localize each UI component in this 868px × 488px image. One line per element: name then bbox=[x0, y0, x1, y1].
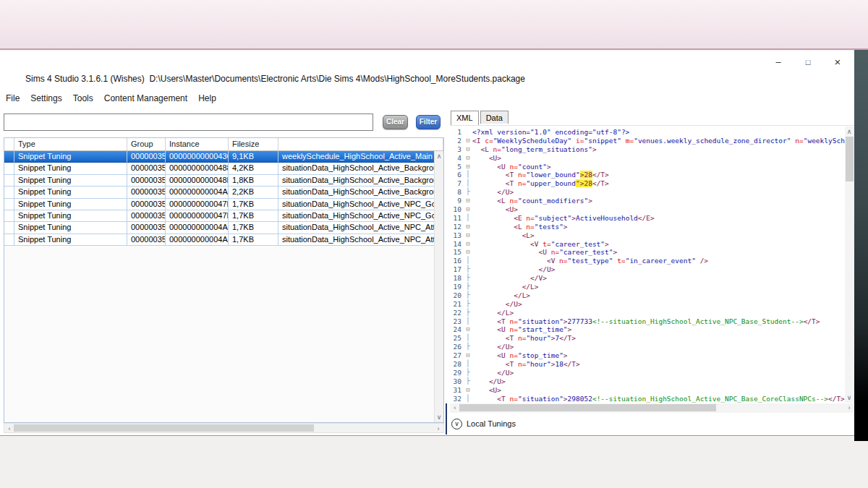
line-number: 27 bbox=[450, 351, 464, 360]
minimize-button[interactable]: – bbox=[767, 54, 789, 70]
scroll-down-icon[interactable]: ∨ bbox=[435, 413, 443, 421]
table-vertical-scrollbar[interactable]: ∧ ∨ bbox=[434, 151, 443, 422]
line-number: 21 bbox=[450, 300, 464, 309]
code-text: <U> bbox=[472, 386, 854, 395]
local-tunings-header[interactable]: ∨ Local Tunings bbox=[451, 414, 854, 433]
panel-splitter bbox=[446, 403, 447, 435]
editor-hscroll-thumb[interactable] bbox=[459, 404, 716, 411]
fold-toggle-icon[interactable]: ⊟ bbox=[464, 386, 472, 395]
header-type[interactable]: Type bbox=[14, 138, 127, 150]
close-button[interactable]: × bbox=[827, 54, 848, 70]
cell-grp-value: 00000035 bbox=[127, 187, 166, 198]
fold-toggle-icon[interactable]: ⊟ bbox=[464, 137, 472, 145]
code-text: <T n="lower_bound">28</T> bbox=[472, 171, 854, 179]
line-number: 12 bbox=[450, 223, 464, 231]
code-text: <?xml version="1.0" encoding="utf-8"?> bbox=[472, 128, 854, 137]
fold-toggle-icon[interactable]: ⊟ bbox=[464, 248, 472, 257]
code-line: 29├ </U> bbox=[450, 369, 854, 377]
scroll-right-icon[interactable]: › bbox=[845, 403, 854, 412]
menu-item-settings[interactable]: Settings bbox=[30, 92, 62, 105]
table-row[interactable]: Snippet Tuning00000035000000000004A5B11,… bbox=[4, 234, 443, 246]
code-text: </U> bbox=[472, 300, 854, 309]
resource-table: Type Group Instance Filesize Snippet Tun… bbox=[4, 137, 444, 423]
table-row[interactable]: Snippet Tuning000000350000000000047B0A1,… bbox=[4, 199, 443, 210]
editor-vscroll-thumb[interactable] bbox=[846, 137, 854, 181]
xml-editor[interactable]: 1<?xml version="1.0" encoding="utf-8"?>2… bbox=[450, 125, 854, 403]
fold-toggle-icon[interactable]: ⊟ bbox=[464, 240, 472, 249]
line-number: 2 bbox=[450, 137, 464, 145]
table-row[interactable]: Snippet Tuning000000350000000000048B2D1,… bbox=[4, 175, 443, 187]
menu-item-file[interactable]: File bbox=[5, 92, 20, 105]
table-hscroll-thumb[interactable] bbox=[14, 424, 314, 432]
table-row[interactable]: Snippet Tuning0000003500000000000488D34,… bbox=[4, 163, 443, 174]
line-number: 1 bbox=[450, 128, 464, 137]
scroll-down-icon[interactable]: ∨ bbox=[845, 393, 854, 402]
code-text: </U> bbox=[472, 369, 854, 377]
table-row[interactable]: Snippet Tuning000000350000000000047B0C1,… bbox=[4, 210, 443, 222]
menu-bar: FileSettingsToolsContent ManagementHelp bbox=[5, 92, 217, 105]
search-input[interactable] bbox=[4, 114, 373, 131]
code-text: <E n="subject">ActiveHousehold</E> bbox=[472, 214, 854, 223]
header-name[interactable] bbox=[278, 138, 443, 150]
code-line: 1<?xml version="1.0" encoding="utf-8"?> bbox=[450, 128, 854, 137]
fold-rail: ├ bbox=[464, 300, 472, 309]
fold-toggle-icon[interactable]: ⊟ bbox=[464, 197, 472, 205]
code-text: <T n="hour">18</T> bbox=[472, 360, 854, 369]
editor-vertical-scrollbar[interactable]: ∧ ∨ bbox=[845, 127, 854, 403]
line-number: 22 bbox=[450, 309, 464, 317]
code-line: 8├ </U> bbox=[450, 188, 854, 197]
scroll-left-icon[interactable]: ‹ bbox=[451, 403, 459, 412]
cell-inst-value: 0000000000048B2D bbox=[166, 175, 229, 187]
fold-toggle-icon[interactable]: ⊟ bbox=[464, 205, 472, 214]
code-line: 27⊟ <U n="stop_time"> bbox=[450, 351, 854, 360]
line-number: 8 bbox=[450, 188, 464, 197]
fold-toggle-icon[interactable]: ⊟ bbox=[464, 154, 472, 163]
line-number: 24 bbox=[450, 325, 464, 334]
app-window: – □ × Sims 4 Studio 3.1.6.1 (Wishes) D:\… bbox=[0, 51, 854, 436]
cell-type-value: Snippet Tuning bbox=[14, 175, 127, 187]
editor-horizontal-scrollbar[interactable]: ‹ › bbox=[450, 403, 854, 413]
fold-toggle-icon[interactable]: ⊟ bbox=[464, 223, 472, 231]
table-horizontal-scrollbar[interactable]: ‹ › bbox=[4, 423, 444, 433]
line-number: 16 bbox=[450, 257, 464, 265]
fold-toggle-icon[interactable]: ⊟ bbox=[464, 231, 472, 240]
table-row[interactable]: Snippet Tuning00000035000000000004A5BA2,… bbox=[4, 187, 443, 198]
scroll-right-icon[interactable]: › bbox=[434, 424, 443, 433]
fold-toggle-icon[interactable]: ⊟ bbox=[464, 163, 472, 171]
scroll-up-icon[interactable]: ∧ bbox=[435, 152, 443, 160]
line-number: 23 bbox=[450, 317, 464, 326]
code-text: <L n="long_term_situations"> bbox=[472, 145, 854, 154]
scroll-up-icon[interactable]: ∧ bbox=[845, 127, 854, 136]
tab-data[interactable]: Data bbox=[480, 111, 509, 124]
fold-toggle-icon[interactable]: ⊟ bbox=[464, 325, 472, 334]
menu-item-help[interactable]: Help bbox=[197, 92, 217, 105]
menu-item-content-management[interactable]: Content Management bbox=[103, 92, 188, 105]
cell-name-value: weeklySchedule_HighSchool_Active_Main bbox=[278, 151, 443, 163]
scroll-left-icon[interactable]: ‹ bbox=[5, 424, 14, 433]
fold-toggle-icon[interactable]: ⊟ bbox=[464, 145, 472, 154]
code-text: <T n="situation">277733<!--situation_Hig… bbox=[472, 317, 854, 326]
fold-toggle-icon[interactable]: ⊟ bbox=[464, 351, 472, 360]
header-filesize[interactable]: Filesize bbox=[229, 138, 278, 150]
cell-name-value: situationData_HighSchool_Active_Backgrou… bbox=[278, 187, 443, 198]
code-line: 6│ <T n="lower_bound">28</T> bbox=[450, 171, 854, 179]
menu-item-tools[interactable]: Tools bbox=[72, 92, 94, 105]
cell-size-value: 1,7KB bbox=[229, 234, 278, 246]
code-text: <T n="upper_bound">28</T> bbox=[472, 179, 854, 188]
header-group[interactable]: Group bbox=[127, 138, 166, 150]
tab-xml[interactable]: XML bbox=[451, 111, 479, 125]
code-line: 12⊟ <L n="tests"> bbox=[450, 223, 854, 231]
code-line: 18├ </V> bbox=[450, 274, 854, 283]
code-text: </U> bbox=[472, 377, 854, 386]
maximize-button[interactable]: □ bbox=[797, 54, 819, 70]
table-row[interactable]: Snippet Tuning000000350000000000043C999,… bbox=[4, 151, 443, 163]
table-row[interactable]: Snippet Tuning00000035000000000004A5B31,… bbox=[4, 222, 443, 234]
code-line: 17├ </U> bbox=[450, 265, 854, 274]
filter-button[interactable]: Filter bbox=[416, 115, 441, 129]
clear-button[interactable]: Clear bbox=[383, 115, 408, 129]
code-line: 20├ </L> bbox=[450, 291, 854, 300]
cell-name-value: situationData_HighSchool_Active_NPC_GoTo… bbox=[278, 210, 443, 222]
header-instance[interactable]: Instance bbox=[166, 138, 229, 150]
code-text: <U n="start_time"> bbox=[472, 325, 854, 334]
code-line: 10⊟ <U> bbox=[450, 205, 854, 214]
